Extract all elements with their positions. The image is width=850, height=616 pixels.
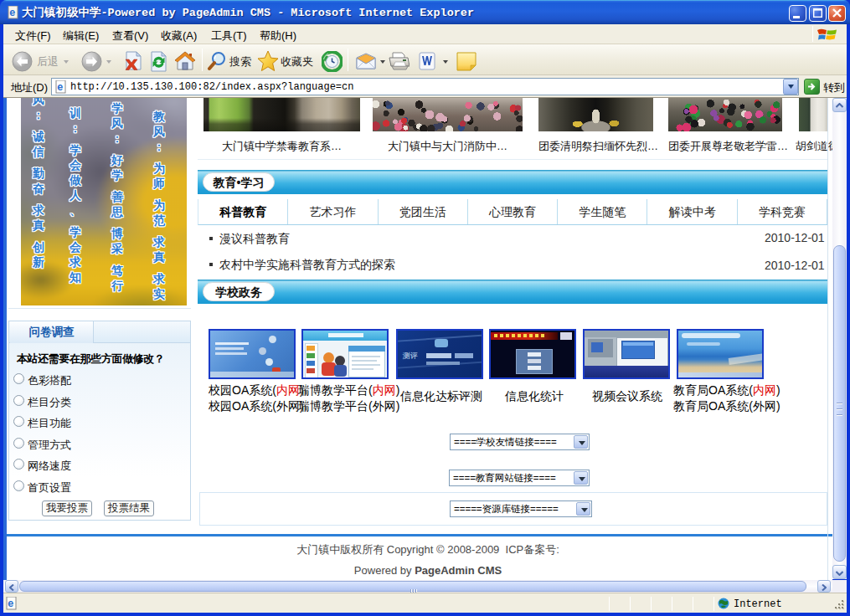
svg-text:e: e xyxy=(8,598,13,609)
svg-text:e: e xyxy=(9,7,15,18)
svg-text:e: e xyxy=(57,81,63,93)
